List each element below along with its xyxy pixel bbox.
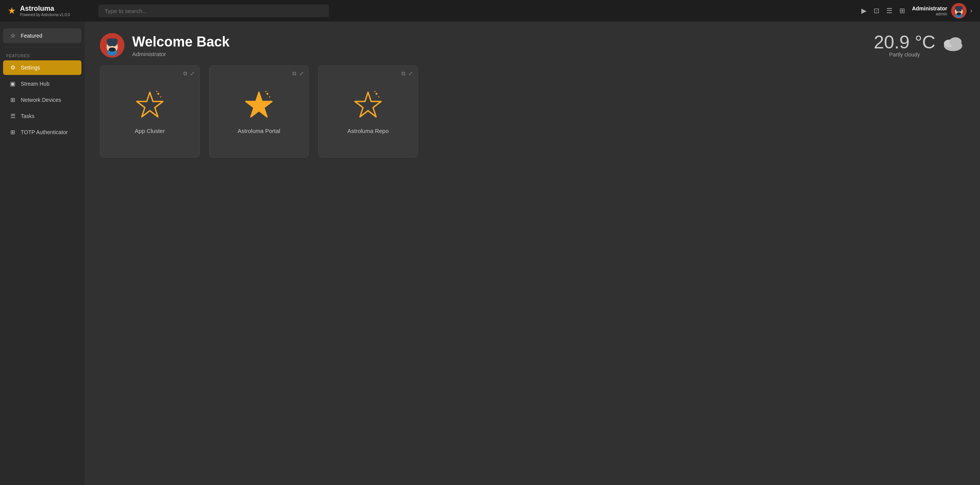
app-name: Astroluma xyxy=(20,5,70,13)
sidebar-divider xyxy=(5,47,80,47)
svg-rect-14 xyxy=(107,38,118,44)
weather-temperature: 20.9 °C xyxy=(874,33,935,51)
card-star-wrapper-2 xyxy=(244,89,274,120)
svg-point-29 xyxy=(378,96,380,97)
copy-icon-1[interactable]: ⧉ xyxy=(183,70,187,77)
video-icon[interactable]: ▶ xyxy=(861,7,867,15)
sidebar-item-stream-hub[interactable]: ▣ Stream Hub xyxy=(3,76,81,91)
search-input[interactable] xyxy=(98,5,329,17)
svg-point-5 xyxy=(960,10,961,12)
cards-section: ⧉ ⤢ App Cluster xyxy=(85,65,980,173)
weather-info: 20.9 °C Partly cloudy xyxy=(874,33,935,58)
welcome-header: Welcome Back Administrator 20.9 °C Partl… xyxy=(85,22,980,65)
svg-point-15 xyxy=(109,47,116,51)
welcome-subtitle: Administrator xyxy=(132,51,229,57)
welcome-text: Welcome Back Administrator xyxy=(132,34,229,57)
card-actions-2: ⧉ ⤢ xyxy=(292,70,304,77)
sidebar-item-network-devices-label: Network Devices xyxy=(21,97,61,103)
totp-icon: ⊞ xyxy=(9,129,16,136)
svg-marker-23 xyxy=(246,92,272,117)
svg-point-21 xyxy=(160,96,161,97)
stream-hub-icon: ▣ xyxy=(9,80,16,87)
card-label-astroluma-repo: Astroluma Repo xyxy=(347,128,389,134)
app-card-astroluma-portal[interactable]: ⧉ ⤢ Astroluma Portal xyxy=(209,65,309,158)
settings-icon: ⚙ xyxy=(9,64,16,71)
sidebar-item-totp-label: TOTP Authenticator xyxy=(21,129,68,135)
network-devices-icon: ⊞ xyxy=(9,96,16,103)
main-layout: ☆ Featured Features ⚙ Settings ▣ Stream … xyxy=(0,22,980,485)
qr-icon[interactable]: ⊞ xyxy=(899,7,905,15)
app-card-astroluma-repo[interactable]: ⧉ ⤢ Astroluma Repo xyxy=(318,65,418,158)
list-icon[interactable]: ☰ xyxy=(886,7,892,15)
svg-marker-27 xyxy=(355,92,381,117)
app-card-app-cluster[interactable]: ⧉ ⤢ App Cluster xyxy=(100,65,200,158)
sidebar-item-settings-label: Settings xyxy=(21,65,40,71)
grid-small-icon[interactable]: ⊡ xyxy=(874,7,879,15)
card-star-wrapper-1 xyxy=(134,89,165,120)
user-name: Administrator xyxy=(912,5,947,12)
svg-point-20 xyxy=(158,93,159,95)
logo-star-icon: ★ xyxy=(8,5,16,16)
card-label-astroluma-portal: Astroluma Portal xyxy=(238,128,280,134)
sidebar-item-tasks[interactable]: ☰ Tasks xyxy=(3,109,81,123)
app-version: Powered by Astroluma v1.0.0 xyxy=(20,13,70,17)
card-star-wrapper-3 xyxy=(353,89,383,120)
svg-point-25 xyxy=(269,96,270,97)
logo-text: Astroluma Powered by Astroluma v1.0.0 xyxy=(20,5,70,17)
sidebar-item-featured-label: Featured xyxy=(21,33,42,39)
sidebar-item-stream-hub-label: Stream Hub xyxy=(21,81,50,87)
copy-icon-2[interactable]: ⧉ xyxy=(292,70,296,77)
sidebar-item-tasks-label: Tasks xyxy=(21,113,35,119)
svg-point-22 xyxy=(156,91,158,92)
svg-point-28 xyxy=(376,93,378,95)
svg-point-12 xyxy=(109,44,111,46)
chevron-right-icon[interactable]: › xyxy=(970,7,972,14)
card-label-app-cluster: App Cluster xyxy=(135,128,165,134)
cloud-icon xyxy=(942,35,965,56)
sidebar-item-settings[interactable]: ⚙ Settings xyxy=(3,60,81,75)
sidebar-item-featured[interactable]: ☆ Featured xyxy=(3,28,81,43)
featured-icon: ☆ xyxy=(9,32,16,39)
welcome-avatar xyxy=(100,33,124,58)
user-role: admin xyxy=(912,12,947,16)
sidebar-item-totp[interactable]: ⊞ TOTP Authenticator xyxy=(3,125,81,140)
nav-right: ▶ ⊡ ☰ ⊞ Administrator admin xyxy=(861,3,972,18)
sidebar-item-network-devices[interactable]: ⊞ Network Devices xyxy=(3,93,81,107)
weather-description: Partly cloudy xyxy=(874,51,935,58)
top-nav: ★ Astroluma Powered by Astroluma v1.0.0 … xyxy=(0,0,980,22)
svg-marker-19 xyxy=(137,92,163,117)
svg-point-24 xyxy=(267,93,269,95)
card-actions-1: ⧉ ⤢ xyxy=(183,70,195,77)
copy-icon-3[interactable]: ⧉ xyxy=(401,70,405,77)
tasks-icon: ☰ xyxy=(9,113,16,120)
user-text: Administrator admin xyxy=(912,5,947,16)
svg-point-26 xyxy=(265,91,267,92)
cards-grid: ⧉ ⤢ App Cluster xyxy=(100,65,965,158)
sidebar: ☆ Featured Features ⚙ Settings ▣ Stream … xyxy=(0,22,85,485)
svg-point-4 xyxy=(957,10,958,12)
avatar[interactable] xyxy=(951,3,967,18)
svg-point-13 xyxy=(113,44,115,46)
svg-point-30 xyxy=(375,91,376,92)
svg-point-7 xyxy=(957,12,961,15)
expand-icon-1[interactable]: ⤢ xyxy=(190,70,195,77)
welcome-title: Welcome Back xyxy=(132,34,229,50)
weather-block: 20.9 °C Partly cloudy xyxy=(874,33,965,58)
expand-icon-3[interactable]: ⤢ xyxy=(408,70,413,77)
content-area: Welcome Back Administrator 20.9 °C Partl… xyxy=(85,22,980,485)
svg-rect-6 xyxy=(955,6,963,10)
card-actions-3: ⧉ ⤢ xyxy=(401,70,413,77)
logo-area: ★ Astroluma Powered by Astroluma v1.0.0 xyxy=(8,5,92,17)
user-info: Administrator admin › xyxy=(912,3,972,18)
welcome-left: Welcome Back Administrator xyxy=(100,33,229,58)
features-section-label: Features xyxy=(0,50,85,60)
svg-point-18 xyxy=(949,37,962,47)
expand-icon-2[interactable]: ⤢ xyxy=(299,70,304,77)
